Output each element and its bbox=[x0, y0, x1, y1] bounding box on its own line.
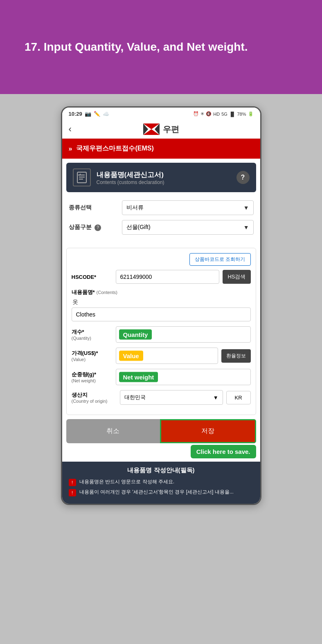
product-label: 상품구분 ? bbox=[69, 224, 118, 231]
info-text-2: 내용품이 여러개인 경우 '세관신고서'항목인 경우 [세관신고서] 내용을..… bbox=[79, 489, 234, 496]
origin-select-value: 대한민국 bbox=[124, 394, 146, 401]
save-button[interactable]: 저장 bbox=[160, 419, 256, 443]
product-select[interactable]: 선물(Gift) ▼ bbox=[122, 220, 254, 235]
hs-label: HSCODE* bbox=[72, 274, 113, 280]
service-title: 국제우편스마트접수(EMS) bbox=[76, 144, 153, 153]
origin-label-ko: 생산지 bbox=[72, 391, 117, 399]
origin-code: KR bbox=[226, 391, 251, 404]
qty-highlight: Quantity bbox=[119, 330, 152, 340]
qty-label-en: (Quantity) bbox=[72, 336, 113, 341]
page-instruction: 17. Input Quantity, Value, and Net weigh… bbox=[25, 40, 248, 54]
qty-label: 개수* (Quantity) bbox=[72, 328, 113, 341]
form-area: 종류선택 비서류 ▼ 상품구분 ? 선물(Gift) ▼ bbox=[62, 196, 260, 244]
hs-code-row: HSCODE* HS검색 bbox=[72, 270, 251, 284]
app-logo: 우편 bbox=[143, 123, 179, 135]
qty-label-ko: 개수* bbox=[72, 328, 113, 336]
bluetooth-icon: ✳ bbox=[200, 111, 204, 117]
section-title-block: 내용품명(세관신고서) Contents (customs declaratio… bbox=[97, 170, 231, 185]
qty-input-wrap: Quantity bbox=[116, 326, 251, 343]
contents-label-ko: 내용품명* bbox=[72, 289, 95, 296]
bottom-buttons: 취소 저장 bbox=[66, 419, 256, 443]
exchange-button[interactable]: 환율정보 bbox=[221, 349, 251, 363]
value-input-wrap: Value bbox=[116, 348, 218, 364]
info-item-2: ! 내용품이 여러개인 경우 '세관신고서'항목인 경우 [세관신고서] 내용을… bbox=[69, 489, 254, 496]
value-highlight: Value bbox=[119, 351, 143, 361]
barcode-btn-row: 상품바코드로 조회하기 bbox=[72, 253, 251, 266]
chevron-down-icon2: ▼ bbox=[243, 224, 249, 231]
info-icon-1: ! bbox=[69, 479, 76, 486]
type-select[interactable]: 비서류 ▼ bbox=[122, 200, 254, 215]
nav-bar: ‹ 우편 bbox=[62, 120, 260, 139]
origin-select[interactable]: 대한민국 ▼ bbox=[120, 390, 223, 405]
contents-icon bbox=[73, 168, 91, 186]
origin-label: 생산지 (Country of origin) bbox=[72, 391, 117, 404]
volume-icon: 🔇 bbox=[206, 111, 212, 117]
weight-row: 순중량(g)* (Net weight) Net weight bbox=[72, 369, 251, 385]
battery-label: 78% bbox=[237, 112, 246, 117]
phone-frame: 10:29 📷 ✏️ ☁️ ⏰ ✳ 🔇 HD 5G ▐▌ 78% 🔋 ‹ bbox=[61, 106, 261, 505]
value-row: 가격(US$)* (Value) Value 환율정보 bbox=[72, 348, 251, 364]
barcode-search-button[interactable]: 상품바코드로 조회하기 bbox=[189, 253, 250, 266]
pen-icon: ✏️ bbox=[94, 111, 100, 117]
product-help-icon[interactable]: ? bbox=[95, 224, 101, 231]
section-help-button[interactable]: ? bbox=[236, 171, 250, 184]
camera-icon: 📷 bbox=[85, 111, 91, 117]
info-item-1: ! 내용품명은 반드시 영문으로 작성해 주세요. bbox=[69, 478, 254, 486]
alarm-icon: ⏰ bbox=[193, 111, 199, 117]
value-label-ko: 가격(US$)* bbox=[72, 350, 113, 357]
save-tooltip-area: Click here to save. bbox=[66, 443, 256, 458]
info-icon-2: ! bbox=[69, 489, 76, 496]
type-row: 종류선택 비서류 ▼ bbox=[69, 200, 254, 215]
type-label: 종류선택 bbox=[69, 204, 118, 211]
product-select-value: 선물(Gift) bbox=[126, 224, 151, 231]
status-time: 10:29 📷 ✏️ ☁️ bbox=[69, 111, 109, 117]
hs-input[interactable] bbox=[116, 270, 220, 284]
contents-label-en: (Contents) bbox=[97, 290, 117, 295]
info-text-1: 내용품명은 반드시 영문으로 작성해 주세요. bbox=[79, 478, 175, 485]
value-label-en: (Value) bbox=[72, 357, 113, 362]
bars-icon: ▐▌ bbox=[229, 112, 236, 117]
section-title-en: Contents (customs declaration) bbox=[97, 180, 231, 185]
service-header: » 국제우편스마트접수(EMS) bbox=[62, 139, 260, 159]
weather-icon: ☁️ bbox=[103, 111, 109, 117]
hs-search-button[interactable]: HS검색 bbox=[223, 270, 250, 284]
weight-input-wrap: Net weight bbox=[116, 369, 251, 385]
top-banner: 17. Input Quantity, Value, and Net weigh… bbox=[0, 0, 322, 94]
weight-label-ko: 순중량(g)* bbox=[72, 371, 113, 378]
signal-icon: 5G bbox=[221, 112, 227, 117]
weight-label-en: (Net weight) bbox=[72, 378, 113, 383]
item-card: 상품바코드로 조회하기 HSCODE* HS검색 내용품명* (Contents… bbox=[66, 248, 256, 415]
info-title: 내용품명 작성안내(필독) bbox=[69, 467, 254, 474]
header-arrow-icon: » bbox=[69, 145, 72, 153]
info-section: 내용품명 작성안내(필독) ! 내용품명은 반드시 영문으로 작성해 주세요. … bbox=[62, 462, 260, 504]
weight-label: 순중량(g)* (Net weight) bbox=[72, 371, 113, 383]
contents-row: 내용품명* (Contents) 옷 bbox=[72, 289, 251, 321]
chevron-down-icon: ▼ bbox=[243, 204, 249, 211]
value-label: 가격(US$)* (Value) bbox=[72, 350, 113, 362]
type-select-value: 비서류 bbox=[126, 204, 144, 211]
contents-ko-text: 옷 bbox=[72, 298, 251, 306]
contents-input[interactable] bbox=[72, 307, 251, 321]
checklist-icon bbox=[76, 171, 88, 184]
status-bar: 10:29 📷 ✏️ ☁️ ⏰ ✳ 🔇 HD 5G ▐▌ 78% 🔋 bbox=[62, 108, 260, 120]
product-row: 상품구분 ? 선물(Gift) ▼ bbox=[69, 220, 254, 235]
origin-label-en: (Country of origin) bbox=[72, 399, 117, 404]
logo-icon bbox=[143, 123, 160, 135]
weight-highlight: Net weight bbox=[119, 372, 158, 382]
contents-label: 내용품명* (Contents) bbox=[72, 289, 251, 296]
section-header: 내용품명(세관신고서) Contents (customs declaratio… bbox=[66, 163, 256, 192]
back-button[interactable]: ‹ bbox=[69, 124, 72, 135]
cancel-button[interactable]: 취소 bbox=[66, 419, 160, 443]
section-title-ko: 내용품명(세관신고서) bbox=[97, 170, 231, 180]
app-title: 우편 bbox=[163, 124, 179, 135]
origin-row: 생산지 (Country of origin) 대한민국 ▼ KR bbox=[72, 390, 251, 405]
origin-chevron-icon: ▼ bbox=[213, 395, 218, 401]
phone-wrapper: 10:29 📷 ✏️ ☁️ ⏰ ✳ 🔇 HD 5G ▐▌ 78% 🔋 ‹ bbox=[0, 106, 322, 521]
save-tooltip: Click here to save. bbox=[191, 445, 256, 458]
status-icons: ⏰ ✳ 🔇 HD 5G ▐▌ 78% 🔋 bbox=[193, 111, 253, 117]
quantity-row: 개수* (Quantity) Quantity bbox=[72, 326, 251, 343]
hd-icon: HD bbox=[213, 112, 220, 117]
battery-icon: 🔋 bbox=[248, 111, 254, 117]
